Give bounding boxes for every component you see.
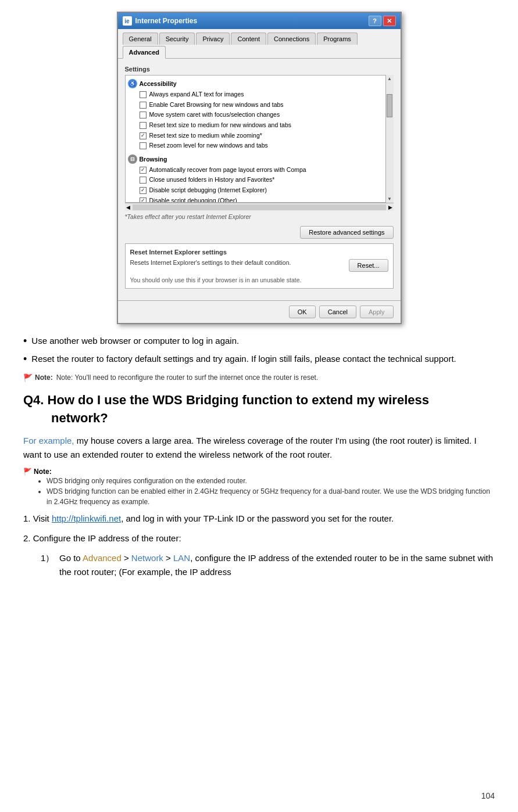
scroll-down-arrow[interactable]: ▼ xyxy=(386,195,393,203)
q4-subheading: network? xyxy=(23,411,108,425)
step-2-num: 2. xyxy=(23,533,31,543)
scroll-right-arrow[interactable]: ▶ xyxy=(387,204,394,210)
settings-list-container: ♿ Accessibility Always expand ALT text f… xyxy=(125,75,394,203)
for-example-text: For example, xyxy=(23,436,74,445)
numbered-steps: 1. Visit http://tplinkwifi.net, and log … xyxy=(23,512,495,545)
note-block-label: Note: xyxy=(34,468,52,476)
setting-label-8: Disable script debugging (Internet Explo… xyxy=(149,186,267,195)
setting-item-8[interactable]: ✓ Disable script debugging (Internet Exp… xyxy=(128,185,384,196)
note-item-2: WDS bridging function can be enabled eit… xyxy=(47,486,495,507)
checkbox-0[interactable] xyxy=(140,91,147,98)
setting-item-2[interactable]: Move system caret with focus/selection c… xyxy=(128,110,384,120)
setting-label-1: Enable Caret Browsing for new windows an… xyxy=(149,101,284,109)
setting-item-5[interactable]: Reset zoom level for new windows and tab… xyxy=(128,141,384,151)
advanced-link: Advanced xyxy=(83,553,122,563)
bullet-list: • Use another web browser or computer to… xyxy=(23,335,495,367)
step-1: 1. Visit http://tplinkwifi.net, and log … xyxy=(23,512,495,526)
checkbox-7[interactable] xyxy=(140,177,147,184)
sub-step-1-num: 1） xyxy=(41,551,55,565)
checkbox-3[interactable] xyxy=(140,122,147,129)
note-flag-icon: 🚩 xyxy=(23,373,33,382)
dialog-tabs: General Security Privacy Content Connect… xyxy=(118,29,401,59)
checkbox-8[interactable]: ✓ xyxy=(140,187,147,194)
page-number: 104 xyxy=(481,791,495,800)
cancel-button[interactable]: Cancel xyxy=(319,306,356,318)
ok-button[interactable]: OK xyxy=(289,306,316,318)
sub-step-1-content: Go to Advanced > Network > LAN, configur… xyxy=(59,551,495,579)
dialog-body: Settings ♿ Accessibility xyxy=(118,59,401,300)
scroll-thumb[interactable] xyxy=(387,94,392,117)
note-label: Note: xyxy=(35,373,53,382)
settings-list[interactable]: ♿ Accessibility Always expand ALT text f… xyxy=(125,75,394,203)
tplinkwifi-link[interactable]: http://tplinkwifi.net xyxy=(52,513,121,523)
q4-heading: Q4. How do I use the WDS Bridging functi… xyxy=(23,391,495,427)
bullet-text-1: Use another web browser or computer to l… xyxy=(31,335,239,348)
note-block-flag: 🚩 xyxy=(23,468,32,476)
help-button[interactable]: ? xyxy=(369,16,381,26)
tab-content[interactable]: Content xyxy=(231,33,266,45)
reset-button[interactable]: Reset... xyxy=(349,259,388,272)
accessibility-label: Accessibility xyxy=(140,80,177,87)
restore-advanced-button[interactable]: Restore advanced settings xyxy=(300,226,393,239)
step-1-pre: Visit xyxy=(33,513,52,523)
setting-item-0[interactable]: Always expand ALT text for images xyxy=(128,89,384,100)
reset-section-title: Reset Internet Explorer settings xyxy=(130,249,388,256)
setting-item-7[interactable]: Close unused folders in History and Favo… xyxy=(128,175,384,185)
tab-programs[interactable]: Programs xyxy=(317,33,358,45)
setting-item-4[interactable]: ✓ Reset text size to medium while zoomin… xyxy=(128,131,384,141)
reset-section: Reset Internet Explorer settings Resets … xyxy=(125,243,394,289)
checkbox-2[interactable] xyxy=(140,112,147,118)
close-button[interactable]: ✕ xyxy=(383,16,396,26)
tab-security[interactable]: Security xyxy=(159,33,195,45)
setting-item-9[interactable]: ✓ Disable script debugging (Other) xyxy=(128,196,384,203)
note-line: 🚩 Note: Note: You'll need to reconfigure… xyxy=(23,373,495,382)
step-2: 2. Configure the IP address of the route… xyxy=(23,531,495,545)
setting-label-5: Reset zoom level for new windows and tab… xyxy=(149,142,268,150)
sub-step-1: 1） Go to Advanced > Network > LAN, confi… xyxy=(23,551,495,579)
horizontal-scrollbar[interactable]: ◀ ▶ xyxy=(125,203,394,211)
restore-btn-row: Restore advanced settings xyxy=(125,226,394,239)
apply-button[interactable]: Apply xyxy=(360,306,394,318)
setting-label-7: Close unused folders in History and Favo… xyxy=(149,176,275,184)
browsing-icon: ⊟ xyxy=(128,155,137,164)
settings-list-content: ♿ Accessibility Always expand ALT text f… xyxy=(128,78,384,203)
bullet-text-2: Reset the router to factory default sett… xyxy=(31,353,456,366)
tab-general[interactable]: General xyxy=(123,33,158,45)
dialog-title: Internet Properties xyxy=(135,17,198,25)
setting-label-4: Reset text size to medium while zooming* xyxy=(149,132,262,140)
sub-step-go-to: Go to xyxy=(59,553,83,563)
gt1: > xyxy=(122,553,131,563)
dialog-screenshot: ie Internet Properties ? ✕ General Secur… xyxy=(23,12,495,324)
vertical-scrollbar[interactable]: ▲ ▼ xyxy=(385,75,394,203)
setting-item-6[interactable]: ✓ Automatically recover from page layout… xyxy=(128,165,384,175)
checkbox-6[interactable]: ✓ xyxy=(140,167,147,174)
setting-label-3: Reset text size to medium for new window… xyxy=(149,121,292,130)
reset-warning: You should only use this if your browser… xyxy=(130,276,388,283)
dialog-app-icon: ie xyxy=(123,16,132,26)
restart-note: *Takes effect after you restart Internet… xyxy=(125,211,394,222)
internet-properties-dialog: ie Internet Properties ? ✕ General Secur… xyxy=(117,12,402,324)
dialog-footer: OK Cancel Apply xyxy=(118,300,401,323)
bullet-item-1: • Use another web browser or computer to… xyxy=(23,335,495,348)
step-1-num: 1. xyxy=(23,513,31,523)
checkbox-4[interactable]: ✓ xyxy=(140,132,147,139)
network-link: Network xyxy=(131,553,163,563)
tab-privacy[interactable]: Privacy xyxy=(196,33,230,45)
settings-group-label: Settings xyxy=(125,66,394,73)
setting-item-3[interactable]: Reset text size to medium for new window… xyxy=(128,120,384,131)
intro-paragraph: For example, my house covers a large are… xyxy=(23,434,495,462)
scroll-left-arrow[interactable]: ◀ xyxy=(125,204,131,210)
note-block-items: WDS bridging only requires configuration… xyxy=(23,476,495,507)
setting-item-1[interactable]: Enable Caret Browsing for new windows an… xyxy=(128,100,384,110)
tab-connections[interactable]: Connections xyxy=(267,33,316,45)
checkbox-5[interactable] xyxy=(140,142,147,149)
lan-link: LAN xyxy=(173,553,190,563)
note-block: 🚩 Note: WDS bridging only requires confi… xyxy=(23,468,495,507)
note-block-title: 🚩 Note: xyxy=(23,468,495,476)
checkbox-9[interactable]: ✓ xyxy=(140,197,147,203)
checkbox-1[interactable] xyxy=(140,102,147,109)
scroll-up-arrow[interactable]: ▲ xyxy=(386,75,393,82)
tab-advanced[interactable]: Advanced xyxy=(123,46,166,59)
titlebar-controls: ? ✕ xyxy=(369,16,396,26)
note-text: Note: You'll need to reconfigure the rou… xyxy=(56,373,319,382)
